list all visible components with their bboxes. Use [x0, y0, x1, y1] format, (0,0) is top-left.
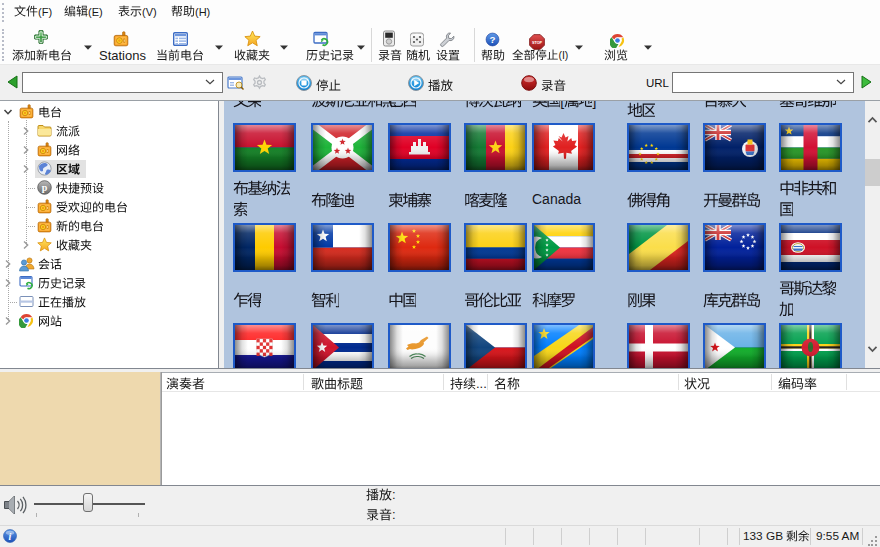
svg-text:p: p	[42, 182, 48, 193]
svg-text:i: i	[9, 531, 12, 542]
svg-text:?: ?	[490, 34, 496, 45]
svg-text:STOP: STOP	[532, 41, 543, 45]
